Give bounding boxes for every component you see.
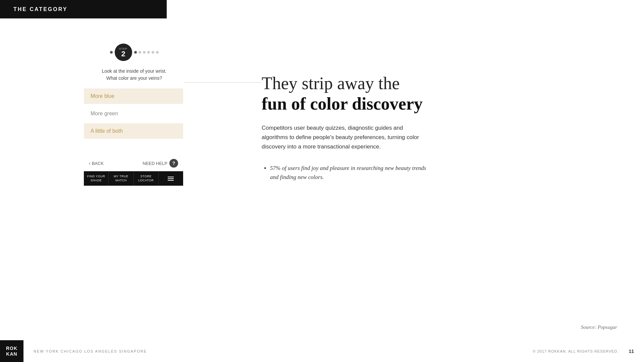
need-help-button[interactable]: NEED HELP ? bbox=[143, 159, 178, 168]
footer-page-number: 11 bbox=[629, 349, 634, 354]
source-text: Source: Popsugar bbox=[581, 324, 617, 330]
step-dots-right bbox=[134, 51, 159, 54]
nav-buttons-bar: FIND YOURSHADE MY TRUEMATCH STORELOCATOR bbox=[84, 171, 183, 186]
step-dot-left bbox=[110, 51, 113, 54]
find-shade-button[interactable]: FIND YOURSHADE bbox=[84, 171, 109, 186]
store-locator-button[interactable]: STORELOCATOR bbox=[134, 171, 159, 186]
headline-bold: fun of color discovery bbox=[262, 94, 496, 113]
bullet-list: 57% of users find joy and pleasure in re… bbox=[262, 164, 496, 182]
option-little-of-both[interactable]: A little of both bbox=[84, 123, 183, 139]
back-help-row: ‹ BACK NEED HELP ? bbox=[84, 156, 183, 171]
question-text: Look at the inside of your wrist. What c… bbox=[84, 68, 184, 82]
true-match-button[interactable]: MY TRUEMATCH bbox=[109, 171, 133, 186]
dot-1 bbox=[134, 51, 137, 54]
right-content: They strip away the fun of color discove… bbox=[262, 74, 496, 182]
bottom-nav: ‹ BACK NEED HELP ? FIND YOURSHADE MY TRU… bbox=[84, 156, 183, 186]
help-icon: ? bbox=[169, 159, 178, 168]
phone-mockup: STEP 2 Look at the inside of your wrist.… bbox=[84, 44, 184, 186]
back-chevron-icon: ‹ bbox=[89, 161, 91, 166]
footer-cities: NEW YORK CHICAGO LOS ANGELES SINGAPORE bbox=[34, 349, 147, 353]
back-label: BACK bbox=[92, 161, 104, 166]
question-line1: Look at the inside of your wrist. bbox=[102, 68, 167, 74]
dot-2 bbox=[139, 51, 141, 54]
bullet-item: 57% of users find joy and pleasure in re… bbox=[270, 164, 431, 182]
headline-regular: They strip away the bbox=[262, 74, 496, 93]
dot-5 bbox=[152, 51, 154, 54]
menu-button[interactable] bbox=[159, 171, 183, 186]
footer-copyright: © 2017 ROKKAN. ALL RIGHTS RESERVED. bbox=[533, 349, 619, 353]
footer-right: © 2017 ROKKAN. ALL RIGHTS RESERVED. 11 bbox=[533, 349, 634, 354]
step-circle: STEP 2 bbox=[115, 44, 132, 61]
dot-4 bbox=[147, 51, 150, 54]
option-more-green[interactable]: More green bbox=[84, 106, 183, 121]
rokkan-logo: ROKKAN bbox=[0, 340, 23, 362]
back-button[interactable]: ‹ BACK bbox=[89, 161, 104, 166]
logo-text: ROKKAN bbox=[6, 346, 17, 357]
step-number: 2 bbox=[121, 50, 125, 58]
header-bar: THE CATEGORY bbox=[0, 0, 167, 18]
dot-3 bbox=[143, 51, 146, 54]
dot-6 bbox=[156, 51, 159, 54]
header-title: THE CATEGORY bbox=[13, 6, 67, 12]
hamburger-icon bbox=[168, 177, 174, 181]
question-line2: What color are your veins? bbox=[106, 75, 162, 81]
dotted-connector bbox=[184, 82, 261, 83]
footer: ROKKAN NEW YORK CHICAGO LOS ANGELES SING… bbox=[0, 340, 644, 362]
need-help-label: NEED HELP bbox=[143, 161, 167, 166]
body-text: Competitors user beauty quizzes, diagnos… bbox=[262, 123, 423, 152]
option-more-blue[interactable]: More blue bbox=[84, 88, 183, 104]
step-indicator: STEP 2 bbox=[84, 44, 184, 61]
